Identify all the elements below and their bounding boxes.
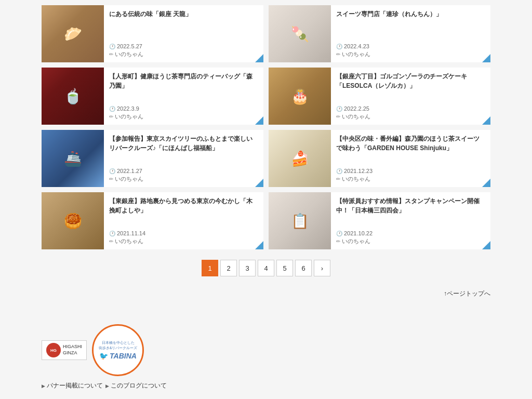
clock-icon: 🕐 bbox=[109, 106, 115, 112]
tabina-name-text: TABINA bbox=[110, 352, 137, 360]
card-image-inner: 🚢 bbox=[42, 130, 104, 187]
card-corner-accent bbox=[482, 179, 490, 187]
card-image: 🥟 bbox=[42, 5, 104, 62]
card-author: ✏ いのちゃん bbox=[109, 113, 258, 121]
card-author: ✏ いのちゃん bbox=[109, 175, 258, 183]
card-date: 🕐 2022.4.23 bbox=[336, 43, 485, 49]
main-content: 🥟 にある伝統の味「銀座 天龍」 🕐 2022.5.27 ✏ いのちゃん 🍡 ス… bbox=[0, 0, 532, 314]
card-title: 【中央区の味・番外編】森乃園のほうじ茶スイーツで味わう「GARDEN HOUSE… bbox=[336, 134, 485, 153]
card-body: 【銀座六丁目】ゴルゴンゾーラのチーズケーキ「LESOLCA（レゾルカ）」 🕐 2… bbox=[331, 68, 490, 125]
clock-icon: 🕐 bbox=[109, 231, 115, 236]
hg-text: HIGASHIGINZA bbox=[63, 344, 82, 356]
card-title: 【東銀座】路地裏から見つめる東京の今むかし「木挽町よしや」 bbox=[109, 196, 258, 215]
card-meta: 🕐 2021.10.22 ✏ いのちゃん bbox=[336, 230, 485, 245]
card-author: ✏ いのちゃん bbox=[336, 50, 485, 58]
article-card[interactable]: 🍰 【中央区の味・番外編】森乃園のほうじ茶スイーツで味わう「GARDEN HOU… bbox=[269, 130, 490, 187]
card-image: 🎂 bbox=[269, 68, 331, 125]
card-title: 【銀座六丁目】ゴルゴンゾーラのチーズケーキ「LESOLCA（レゾルカ）」 bbox=[336, 72, 485, 90]
card-body: にある伝統の味「銀座 天龍」 🕐 2022.5.27 ✏ いのちゃん bbox=[104, 5, 263, 62]
card-image: 🍵 bbox=[42, 68, 104, 125]
tabina-circle: 日本橋を中心とした街歩き&リバークルーズ 🐦 TABINA bbox=[92, 324, 144, 376]
tabina-top-text: 日本橋を中心とした街歩き&リバークルーズ bbox=[99, 340, 138, 350]
card-author: ✏ いのちゃん bbox=[336, 175, 485, 183]
card-title: 【特派員おすすめ情報】スタンプキャンペーン開催中！「日本橋三四四会」 bbox=[336, 196, 485, 215]
card-image: 🚢 bbox=[42, 130, 104, 187]
article-card[interactable]: 📋 【特派員おすすめ情報】スタンプキャンペーン開催中！「日本橋三四四会」 🕐 2… bbox=[269, 192, 490, 249]
pen-icon: ✏ bbox=[336, 238, 340, 244]
article-card[interactable]: 🥟 にある伝統の味「銀座 天龍」 🕐 2022.5.27 ✏ いのちゃん bbox=[42, 5, 263, 62]
page-btn-2[interactable]: 2 bbox=[220, 260, 237, 276]
card-image-inner: 🥟 bbox=[42, 5, 104, 62]
footer-link[interactable]: このブログについて bbox=[105, 381, 167, 390]
clock-icon: 🕐 bbox=[109, 44, 115, 49]
page-btn-5[interactable]: 5 bbox=[276, 260, 293, 276]
card-author: ✏ いのちゃん bbox=[109, 237, 258, 245]
clock-icon: 🕐 bbox=[109, 168, 115, 174]
hg-icon: HG bbox=[46, 343, 61, 357]
logo-area: HG HIGASHIGINZA 日本橋を中心とした街歩き&リバークルーズ 🐦 T… bbox=[42, 324, 490, 376]
card-body: 【人形町】健康ほうじ茶専門店のティーバッグ「森乃園」 🕐 2022.3.9 ✏ … bbox=[104, 68, 263, 125]
article-card[interactable]: 🍵 【人形町】健康ほうじ茶専門店のティーバッグ「森乃園」 🕐 2022.3.9 … bbox=[42, 68, 263, 125]
card-meta: 🕐 2021.12.23 ✏ いのちゃん bbox=[336, 168, 485, 183]
article-card[interactable]: 🍡 スイーツ専門店「連珍（れんちん）」 🕐 2022.4.23 ✏ いのちゃん bbox=[269, 5, 490, 62]
article-card[interactable]: 🥮 【東銀座】路地裏から見つめる東京の今むかし「木挽町よしや」 🕐 2021.1… bbox=[42, 192, 263, 249]
card-image-inner: 🎂 bbox=[269, 68, 331, 125]
higashi-ginza-logo: HG HIGASHIGINZA bbox=[42, 340, 87, 360]
card-body: 【特派員おすすめ情報】スタンプキャンペーン開催中！「日本橋三四四会」 🕐 202… bbox=[331, 192, 490, 249]
article-card[interactable]: 🚢 【参加報告】東京スカイツリーのふもとまで楽しいリバークルーズ♪「にほんばし福… bbox=[42, 130, 263, 187]
card-corner-accent bbox=[482, 116, 490, 125]
card-image-inner: 🍡 bbox=[269, 5, 331, 62]
pen-icon: ✏ bbox=[336, 51, 340, 57]
back-to-top-link[interactable]: ↑ページトップへ bbox=[42, 287, 490, 303]
card-image-inner: 🍰 bbox=[269, 130, 331, 187]
card-date: 🕐 2021.12.23 bbox=[336, 168, 485, 174]
card-image: 🍡 bbox=[269, 5, 331, 62]
article-grid: 🥟 にある伝統の味「銀座 天龍」 🕐 2022.5.27 ✏ いのちゃん 🍡 ス… bbox=[42, 5, 490, 249]
card-corner-accent bbox=[482, 241, 490, 249]
card-date: 🕐 2022.2.25 bbox=[336, 105, 485, 112]
card-body: 【東銀座】路地裏から見つめる東京の今むかし「木挽町よしや」 🕐 2021.11.… bbox=[104, 192, 263, 249]
card-image-inner: 🥮 bbox=[42, 192, 104, 249]
page-next-btn[interactable]: › bbox=[314, 260, 330, 276]
pen-icon: ✏ bbox=[109, 51, 113, 57]
card-title: スイーツ専門店「連珍（れんちん）」 bbox=[336, 9, 485, 19]
card-date: 🕐 2022.3.9 bbox=[109, 105, 258, 112]
pen-icon: ✏ bbox=[109, 114, 113, 119]
footer-link[interactable]: バナー掲載について bbox=[42, 381, 103, 390]
card-corner-accent bbox=[255, 54, 263, 62]
pen-icon: ✏ bbox=[109, 238, 113, 244]
card-corner-accent bbox=[255, 241, 263, 249]
tabina-logo: 日本橋を中心とした街歩き&リバークルーズ 🐦 TABINA bbox=[92, 324, 144, 376]
page-btn-6[interactable]: 6 bbox=[295, 260, 312, 276]
pagination: 123456› bbox=[42, 260, 490, 276]
page-btn-1[interactable]: 1 bbox=[202, 260, 218, 276]
clock-icon: 🕐 bbox=[336, 44, 342, 49]
clock-icon: 🕐 bbox=[336, 231, 342, 236]
card-body: 【参加報告】東京スカイツリーのふもとまで楽しいリバークルーズ♪「にほんばし福福船… bbox=[104, 130, 263, 187]
tabina-bird-icon: 🐦 bbox=[99, 352, 108, 360]
tabina-brand: 🐦 TABINA bbox=[99, 352, 137, 360]
footer-logos: HG HIGASHIGINZA 日本橋を中心とした街歩き&リバークルーズ 🐦 T… bbox=[0, 314, 532, 399]
card-image: 📋 bbox=[269, 192, 331, 249]
card-title: 【参加報告】東京スカイツリーのふもとまで楽しいリバークルーズ♪「にほんばし福福船… bbox=[109, 134, 258, 153]
card-meta: 🕐 2022.5.27 ✏ いのちゃん bbox=[109, 43, 258, 58]
card-title: 【人形町】健康ほうじ茶専門店のティーバッグ「森乃園」 bbox=[109, 72, 258, 90]
page-btn-4[interactable]: 4 bbox=[258, 260, 274, 276]
page-btn-3[interactable]: 3 bbox=[239, 260, 256, 276]
card-meta: 🕐 2022.1.27 ✏ いのちゃん bbox=[109, 168, 258, 183]
card-corner-accent bbox=[255, 179, 263, 187]
pen-icon: ✏ bbox=[336, 114, 340, 119]
card-body: 【中央区の味・番外編】森乃園のほうじ茶スイーツで味わう「GARDEN HOUSE… bbox=[331, 130, 490, 187]
card-title: にある伝統の味「銀座 天龍」 bbox=[109, 9, 258, 19]
card-corner-accent bbox=[482, 54, 490, 62]
footer-links: バナー掲載についてこのブログについて bbox=[42, 381, 490, 390]
card-author: ✏ いのちゃん bbox=[336, 237, 485, 245]
card-image-inner: 🍵 bbox=[42, 68, 104, 125]
card-author: ✏ いのちゃん bbox=[109, 50, 258, 58]
card-corner-accent bbox=[255, 116, 263, 125]
article-card[interactable]: 🎂 【銀座六丁目】ゴルゴンゾーラのチーズケーキ「LESOLCA（レゾルカ）」 🕐… bbox=[269, 68, 490, 125]
card-meta: 🕐 2022.4.23 ✏ いのちゃん bbox=[336, 43, 485, 58]
card-image: 🥮 bbox=[42, 192, 104, 249]
card-date: 🕐 2022.5.27 bbox=[109, 43, 258, 49]
pen-icon: ✏ bbox=[109, 176, 113, 182]
